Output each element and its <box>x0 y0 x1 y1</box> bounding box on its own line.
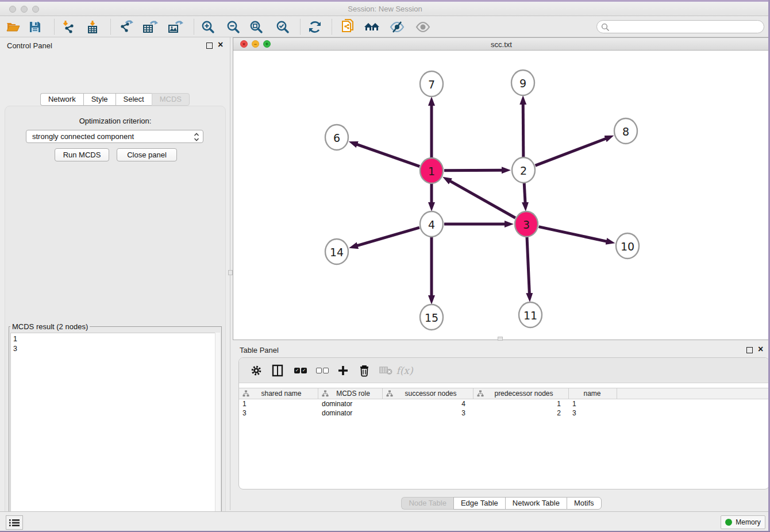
node-table-card: ✓✓ <box>238 357 769 489</box>
graph-edge-3-10 <box>539 227 608 242</box>
table-row[interactable]: 3dominator323 <box>239 408 769 418</box>
delete-column-button[interactable] <box>355 362 374 379</box>
open-folder-icon <box>6 20 21 34</box>
new-network-from-selection-button[interactable] <box>339 19 356 35</box>
graph-node-3[interactable]: 3 <box>515 211 538 237</box>
column-header-name[interactable]: name <box>569 388 617 399</box>
first-neighbors-button[interactable] <box>363 19 380 35</box>
node-label: 6 <box>333 132 340 144</box>
tab-edge-table[interactable]: Edge Table <box>453 497 505 510</box>
run-mcds-button[interactable]: Run MCDS <box>55 148 109 161</box>
graph-node-1[interactable]: 1 <box>420 158 443 183</box>
add-column-button[interactable] <box>334 362 352 379</box>
graph-edge-1-2 <box>444 170 503 171</box>
table-row[interactable]: 1dominator411 <box>239 399 769 408</box>
eye-icon <box>415 20 431 34</box>
mcds-result-text[interactable]: 1 3 <box>10 333 220 532</box>
table-cell: 4 <box>383 399 473 408</box>
column-header-successor-nodes[interactable]: successor nodes <box>383 388 473 399</box>
horizontal-splitter-handle[interactable] <box>498 337 503 341</box>
gear-icon <box>250 364 263 377</box>
close-panel-icon-button[interactable]: × <box>218 40 223 50</box>
close-panel-button[interactable]: Close panel <box>117 148 177 161</box>
tab-network-table[interactable]: Network Table <box>505 497 567 510</box>
graph-node-8[interactable]: 8 <box>614 118 637 144</box>
deselect-all-rows-button[interactable] <box>313 362 332 379</box>
network-graph[interactable]: 7968124314101511 <box>233 51 769 340</box>
column-type-icon <box>322 390 329 397</box>
graph-node-14[interactable]: 14 <box>325 239 348 264</box>
table-settings-button[interactable] <box>247 362 265 379</box>
show-columns-button[interactable] <box>268 362 287 379</box>
graph-node-15[interactable]: 15 <box>420 304 443 330</box>
table-cell: 1 <box>569 399 617 408</box>
node-label: 4 <box>428 218 435 231</box>
refresh-icon <box>307 20 322 34</box>
graph-node-10[interactable]: 10 <box>616 233 639 259</box>
node-label: 7 <box>428 78 435 91</box>
function-builder-button[interactable]: f(x) <box>395 362 414 379</box>
delete-table-icon <box>379 365 393 376</box>
export-network-button[interactable] <box>117 19 134 35</box>
plus-icon <box>337 365 349 376</box>
control-panel: Control Panel × NetworkStyleSelectMCDS O… <box>0 37 230 510</box>
checked-boxes-icon: ✓✓ <box>294 368 307 373</box>
tab-motifs[interactable]: Motifs <box>567 497 602 510</box>
network-window-titlebar[interactable]: × − + scc.txt <box>233 38 769 51</box>
zoom-selected-button[interactable] <box>274 19 291 35</box>
result-scrollbar[interactable] <box>215 333 220 532</box>
tab-style[interactable]: Style <box>83 93 116 106</box>
open-session-button[interactable] <box>5 19 22 35</box>
show-panels-menu-button[interactable] <box>6 515 23 530</box>
import-network-button[interactable] <box>60 19 77 35</box>
export-image-button[interactable] <box>167 19 184 35</box>
tab-network[interactable]: Network <box>40 93 83 106</box>
graph-node-4[interactable]: 4 <box>420 211 443 237</box>
refresh-button[interactable] <box>306 19 324 35</box>
zoom-out-button[interactable] <box>225 19 242 35</box>
graph-edge-3-1 <box>449 180 515 218</box>
zoom-out-icon <box>226 20 241 34</box>
zoom-selected-icon <box>275 20 290 34</box>
hide-selected-button[interactable] <box>388 19 406 35</box>
save-session-button[interactable] <box>26 19 44 35</box>
window-frame-top <box>0 0 770 2</box>
table-header-row: shared nameMCDS rolesuccessor nodesprede… <box>239 388 769 399</box>
tab-mcds[interactable]: MCDS <box>152 93 190 106</box>
optimization-criterion-select[interactable]: strongly connected component <box>26 130 203 143</box>
graph-node-9[interactable]: 9 <box>511 70 534 95</box>
float-table-panel-button[interactable] <box>746 347 753 353</box>
table-panel-tabs: Node TableEdge TableNetwork TableMotifs <box>233 497 770 510</box>
tab-select[interactable]: Select <box>116 93 152 106</box>
toolbar-separator <box>332 19 332 34</box>
main-toolbar <box>0 16 770 37</box>
graph-node-11[interactable]: 11 <box>519 302 542 327</box>
close-table-panel-button[interactable]: × <box>758 344 763 354</box>
graph-node-6[interactable]: 6 <box>325 125 348 150</box>
table-panel-title: Table Panel <box>240 346 279 354</box>
toolbar-separator <box>110 19 111 34</box>
column-header-shared-name[interactable]: shared name <box>239 388 318 399</box>
table-panel: Table Panel × ✓✓ <box>233 342 770 511</box>
import-table-button[interactable] <box>84 19 101 35</box>
float-panel-button[interactable] <box>206 43 213 49</box>
zoom-in-button[interactable] <box>199 19 217 35</box>
mcds-result-title: MCDS result (2 nodes) <box>10 322 90 331</box>
table-cell: dominator <box>318 408 383 418</box>
table-cell: 2 <box>473 408 569 418</box>
delete-table-button[interactable] <box>377 362 395 379</box>
graph-node-2[interactable]: 2 <box>512 157 535 183</box>
tab-node-table[interactable]: Node Table <box>401 497 453 510</box>
column-header-predecessor-nodes[interactable]: predecessor nodes <box>473 388 569 399</box>
column-header-MCDS-role[interactable]: MCDS role <box>318 388 383 399</box>
memory-button[interactable]: Memory <box>721 515 765 529</box>
vertical-splitter-handle[interactable] <box>228 270 233 275</box>
select-all-rows-button[interactable]: ✓✓ <box>291 362 310 379</box>
zoom-fit-button[interactable] <box>248 19 265 35</box>
node-label: 1 <box>428 165 435 178</box>
import-table-icon <box>85 20 100 34</box>
graph-node-7[interactable]: 7 <box>420 71 443 97</box>
show-all-button[interactable] <box>414 19 432 35</box>
export-table-button[interactable] <box>141 19 159 35</box>
search-input[interactable] <box>612 21 760 32</box>
